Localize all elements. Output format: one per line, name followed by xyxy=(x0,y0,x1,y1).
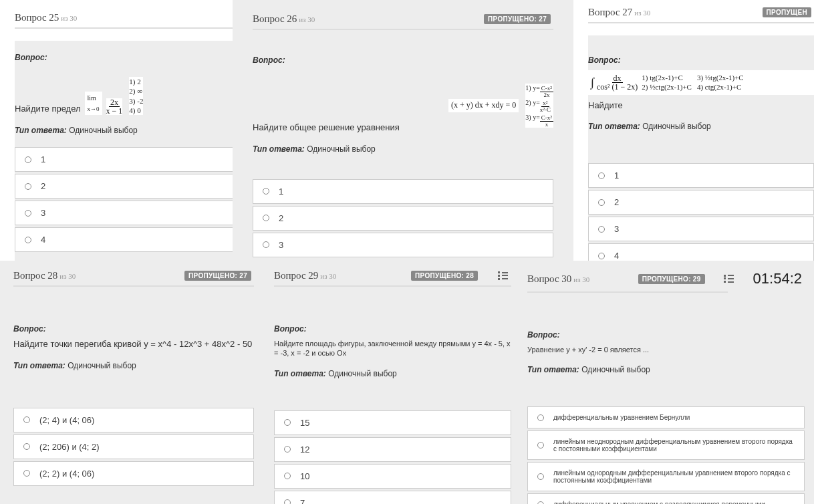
option-label: (2; 206) и (4; 2) xyxy=(39,442,100,452)
option[interactable]: линейным неоднородным дифференциальным у… xyxy=(527,430,805,460)
progress-bar xyxy=(15,27,244,29)
answer-type: Тип ответа: Одиночный выбор xyxy=(253,144,553,154)
progress-bar xyxy=(274,285,511,287)
skipped-badge: ПРОПУЩЕНО: 29 xyxy=(638,274,705,284)
question-label: Вопрос: xyxy=(274,324,511,334)
option-label: 1 xyxy=(279,186,283,197)
option-label: 10 xyxy=(300,471,309,481)
radio-icon xyxy=(537,473,544,480)
option[interactable]: 10 xyxy=(274,464,511,489)
answer-type: Тип ответа: Одиночный выбор xyxy=(588,122,814,131)
question-card-28: Вопрос 28из 30 ПРОПУЩЕНО: 27 Вопрос: Най… xyxy=(0,261,261,486)
question-card-27: Вопрос 27из 30 ПРОПУЩЕН Вопрос: ∫ dxcos²… xyxy=(573,0,814,276)
option[interactable]: 2 xyxy=(588,190,814,215)
answer-type: Тип ответа: Одиночный выбор xyxy=(274,369,511,378)
question-card-26: Вопрос 26из 30 ПРОПУЩЕНО: 27 Вопрос: (x … xyxy=(233,0,573,257)
question-number: Вопрос 27из 30 xyxy=(588,7,650,18)
option[interactable]: (2; 2) и (4; 06) xyxy=(13,461,254,486)
option-label: 12 xyxy=(300,445,309,455)
question-card-30: Вопрос 30из 30 ПРОПУЩЕНО: 29 01:54:2 Воп… xyxy=(518,261,814,504)
question-label: Вопрос: xyxy=(253,55,553,65)
radio-icon xyxy=(598,172,605,179)
question-text-below: Найдите общее решение уравнения xyxy=(253,122,553,134)
progress-bar xyxy=(527,291,728,293)
question-text: Найдите точки перегиба кривой y = x^4 - … xyxy=(13,339,254,350)
question-label: Вопрос: xyxy=(527,330,805,340)
option-label: (2; 2) и (4; 06) xyxy=(39,469,94,479)
question-number: Вопрос 25из 30 xyxy=(15,12,77,23)
radio-icon xyxy=(23,443,30,450)
option-label: линейным однородным дифференциальным ура… xyxy=(553,469,795,484)
option-label: 2 xyxy=(41,181,45,191)
option[interactable]: (2; 4) и (4; 06) xyxy=(13,408,254,432)
option-label: 3 xyxy=(279,240,283,250)
option[interactable]: 12 xyxy=(274,437,511,462)
timer: 01:54:2 xyxy=(753,270,802,287)
radio-icon xyxy=(598,199,605,206)
options-list: 1 2 3 4 xyxy=(588,163,814,268)
option[interactable]: 3 xyxy=(253,233,553,257)
progress-bar xyxy=(253,29,553,30)
radio-icon xyxy=(25,156,31,163)
option[interactable]: 7 xyxy=(274,491,511,504)
option[interactable]: 2 xyxy=(15,174,244,199)
question-card-29: Вопрос 29из 30 ПРОПУЩЕНО: 28 Вопрос: Най… xyxy=(261,261,518,504)
option[interactable]: (2; 206) и (4; 2) xyxy=(13,434,254,459)
option[interactable]: 1 xyxy=(15,147,244,172)
progress-bar xyxy=(588,22,814,23)
option-label: 1 xyxy=(41,154,45,164)
radio-icon xyxy=(23,416,30,423)
option[interactable]: 2 xyxy=(253,206,553,231)
question-text: Найдите площадь фигуры, заключенной межд… xyxy=(274,339,511,358)
radio-icon xyxy=(263,215,269,221)
question-text: Уравнение y + xy' -2 = 0 является ... xyxy=(527,345,805,354)
skipped-badge: ПРОПУЩЕНО: 27 xyxy=(184,271,251,281)
option[interactable]: дифференциальным уравнением Бернулли xyxy=(527,406,805,428)
option[interactable]: 1 xyxy=(253,179,553,204)
option[interactable]: 15 xyxy=(274,410,511,435)
radio-icon xyxy=(284,499,291,504)
skipped-badge: ПРОПУЩЕНО: 28 xyxy=(411,271,478,281)
options-list: 1 2 3 xyxy=(253,179,553,257)
option-label: дифференциальным уравнением Бернулли xyxy=(553,414,690,421)
option[interactable]: 4 xyxy=(15,227,244,252)
question-number: Вопрос 30из 30 xyxy=(527,273,589,285)
radio-icon xyxy=(537,442,544,449)
progress-bar xyxy=(13,285,254,287)
list-icon[interactable] xyxy=(724,274,734,283)
option[interactable]: 3 xyxy=(15,201,244,225)
option[interactable]: дифференциальным уравнением с разделяющи… xyxy=(527,493,805,504)
option-label: линейным неоднородным дифференциальным у… xyxy=(553,438,795,453)
options-list: 1 2 3 4 xyxy=(15,147,244,252)
option-label: 2 xyxy=(279,213,283,223)
answer-type: Тип ответа: Одиночный выбор xyxy=(13,361,254,370)
question-label: Вопрос: xyxy=(588,55,814,65)
options-list: (2; 4) и (4; 06) (2; 206) и (4; 2) (2; 2… xyxy=(13,408,254,486)
question-label: Вопрос: xyxy=(15,53,244,62)
option-label: (2; 4) и (4; 06) xyxy=(39,415,94,425)
radio-icon xyxy=(537,501,544,504)
option[interactable]: 3 xyxy=(588,217,814,241)
option[interactable]: 1 xyxy=(588,163,814,188)
question-number: Вопрос 26из 30 xyxy=(253,13,315,25)
option[interactable]: линейным однородным дифференциальным ура… xyxy=(527,462,805,491)
radio-icon xyxy=(25,210,31,217)
answer-type: Тип ответа: Одиночный выбор xyxy=(15,126,244,135)
radio-icon xyxy=(284,419,291,426)
radio-icon xyxy=(263,188,269,195)
radio-icon xyxy=(537,414,544,421)
option-label: 3 xyxy=(614,224,619,234)
question-number: Вопрос 29из 30 xyxy=(274,270,336,281)
option-label: 7 xyxy=(300,498,305,504)
question-number: Вопрос 28из 30 xyxy=(13,270,76,281)
list-icon[interactable] xyxy=(498,271,509,281)
question-card-25: Вопрос 25из 30 Вопрос: Найдите предел li… xyxy=(0,0,244,281)
radio-icon xyxy=(284,473,291,479)
question-text: ∫ dxcos² (1 − 2x) 1) tg(2x-1)+C2) ½ctg(2… xyxy=(588,70,814,95)
radio-icon xyxy=(598,226,605,233)
option-label: 4 xyxy=(41,235,45,245)
options-list: 15 12 10 7 xyxy=(274,410,511,504)
question-text: (x + y) dx + xdy = 0 1) y=C-x²2x 2) y=x²… xyxy=(253,84,553,128)
answer-type: Тип ответа: Одиночный выбор xyxy=(527,365,805,374)
radio-icon xyxy=(598,253,605,259)
